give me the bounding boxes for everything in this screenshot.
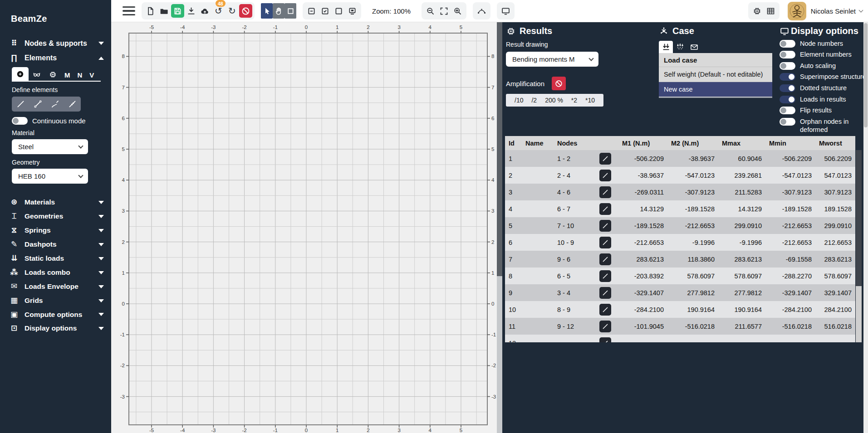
tab-compute-elements[interactable] (45, 68, 61, 81)
chip-button[interactable] (750, 4, 764, 18)
scrollbar-thumb[interactable] (856, 150, 862, 286)
scrollbar-thumb[interactable] (864, 23, 868, 127)
sidebar-item-elements[interactable]: ∏ Elements (0, 51, 111, 65)
tab-moment[interactable]: M (61, 69, 74, 81)
case-item[interactable]: New case (659, 82, 772, 97)
toggle[interactable] (780, 73, 795, 81)
fit-button[interactable] (437, 4, 451, 18)
scrollbar-thumb[interactable] (497, 22, 502, 276)
element-color-swatch[interactable] (599, 321, 611, 332)
amplification-button[interactable]: *10 (581, 97, 599, 104)
continuous-mode-toggle[interactable] (12, 117, 28, 125)
column-header[interactable]: Mmin (765, 136, 815, 150)
toggle[interactable] (780, 62, 795, 70)
table-row[interactable]: 86 - 5-203.8392578.6097578.6097-288.2270… (505, 268, 855, 284)
element-color-swatch[interactable] (599, 170, 611, 181)
cloud-button[interactable] (198, 4, 211, 18)
table-row[interactable]: 34 - 6-269.0311-307.9123211.5283-307.912… (505, 184, 855, 200)
toggle[interactable] (780, 96, 795, 103)
element-color-swatch[interactable] (599, 253, 611, 265)
column-header[interactable] (592, 136, 618, 150)
square-button[interactable] (284, 3, 296, 19)
toggle[interactable] (780, 107, 795, 114)
sq-check-button[interactable] (319, 4, 332, 18)
tab-view-elements[interactable] (29, 68, 45, 81)
element-color-swatch[interactable] (599, 270, 611, 282)
ban-button[interactable] (239, 4, 252, 18)
canvas-scrollbar[interactable] (497, 22, 502, 433)
sidebar-item-loads-combo[interactable]: ⁂Loads combo (0, 266, 111, 280)
column-header[interactable]: M2 (N.m) (667, 136, 718, 150)
table-row[interactable]: 12 (505, 335, 855, 342)
tab-normal[interactable]: N (74, 69, 86, 81)
sidebar-item-compute-options[interactable]: ▣Compute options (0, 308, 111, 322)
toggle[interactable] (780, 84, 795, 92)
tab-shear[interactable]: V (86, 69, 98, 81)
tab-add-element[interactable] (12, 67, 29, 81)
element-color-swatch[interactable] (599, 153, 611, 165)
hand-button[interactable] (273, 3, 284, 19)
avatar[interactable] (788, 2, 806, 20)
sidebar-item-materials[interactable]: ⊛Materials (0, 195, 111, 209)
column-header[interactable]: Id (505, 136, 522, 150)
table-scrollbar[interactable] (856, 150, 862, 342)
element-color-swatch[interactable] (599, 287, 611, 299)
amplification-button[interactable]: *2 (567, 97, 581, 104)
bezier-button[interactable] (475, 4, 488, 18)
case-tab-combo[interactable] (673, 41, 687, 53)
column-header[interactable]: Mmax (718, 136, 765, 150)
table-row[interactable]: 119 - 12-101.9045-516.0218211.6577-516.0… (505, 318, 855, 335)
sq-minus-button[interactable] (305, 4, 318, 18)
amplification-button[interactable]: /2 (527, 97, 541, 104)
table-row[interactable]: 57 - 10-189.1528-212.6653299.0910-212.66… (505, 217, 855, 234)
case-tab-loads[interactable] (659, 41, 673, 53)
sidebar-item-grids[interactable]: ▦Grids (0, 294, 111, 308)
sidebar-item-nodes-supports[interactable]: ⠿ Nodes & supports (0, 36, 111, 51)
case-item[interactable]: Self weight (Default - not editable) (659, 67, 772, 82)
chevron-down-icon[interactable] (859, 8, 863, 13)
case-tab-env[interactable] (687, 41, 701, 53)
page-scrollbar[interactable] (863, 22, 868, 433)
table-row[interactable]: 108 - 9-284.2100190.9164190.9164-284.210… (505, 301, 855, 318)
element-color-swatch[interactable] (599, 203, 611, 215)
zoom-in-button[interactable] (451, 4, 464, 18)
table-button[interactable] (764, 4, 777, 18)
element-color-swatch[interactable] (599, 220, 611, 232)
sq-plain-button[interactable] (332, 4, 345, 18)
element-color-swatch[interactable] (599, 337, 611, 343)
table-row[interactable]: 46 - 714.3129-189.152814.3129-189.152818… (505, 200, 855, 217)
column-header[interactable]: Name (522, 136, 554, 150)
sidebar-item-static-loads[interactable]: ⇊Static loads (0, 252, 111, 266)
sidebar-item-display-options[interactable]: ⊡Display options (0, 321, 111, 336)
table-row[interactable]: 79 - 6283.6213118.3860283.6213-69.155828… (505, 251, 855, 268)
hamburger-menu-button[interactable] (123, 6, 135, 16)
toggle[interactable] (780, 40, 795, 48)
redo-button[interactable]: ↻ (226, 4, 239, 18)
undo-button[interactable]: ↺48 (212, 4, 225, 18)
table-row[interactable]: 11 - 2-506.2209-38.963760.9046-506.22095… (505, 150, 855, 167)
folder-button[interactable] (157, 4, 171, 18)
element-color-swatch[interactable] (599, 186, 611, 198)
element-color-swatch[interactable] (599, 304, 611, 316)
amplification-button[interactable]: 200 % (541, 97, 567, 104)
column-header[interactable]: Mworst (815, 136, 855, 150)
element-type-bar-button[interactable] (12, 97, 29, 112)
element-type-truss-button[interactable] (29, 97, 46, 112)
sidebar-item-loads-envelope[interactable]: ✉Loads Envelope (0, 280, 111, 294)
monitor-button[interactable] (499, 4, 512, 18)
sidebar-item-geometries[interactable]: ⌶Geometries (0, 209, 111, 224)
toggle[interactable] (780, 51, 795, 58)
result-drawing-select[interactable]: Bending moments M (506, 52, 598, 67)
column-header[interactable]: Nodes (554, 136, 592, 150)
table-row[interactable]: 93 - 4-329.1407277.9812277.9812-329.1407… (505, 284, 855, 301)
element-type-hinge-button[interactable] (64, 97, 81, 112)
sq-laptop-button[interactable] (346, 4, 359, 18)
material-select[interactable]: Steel (12, 139, 88, 154)
element-type-spring-button[interactable] (46, 97, 64, 112)
table-row[interactable]: 22 - 4-38.9637-547.0123239.2681-547.0123… (505, 167, 855, 184)
sidebar-item-springs[interactable]: ⧖Springs (0, 224, 111, 238)
cursor-button[interactable] (261, 3, 273, 19)
save-button[interactable] (171, 4, 184, 18)
structure-canvas[interactable]: -5-5-4-4-3-3-2-2-1-1001122334455-3-3-2-2… (111, 22, 497, 433)
download-button[interactable] (185, 4, 198, 18)
